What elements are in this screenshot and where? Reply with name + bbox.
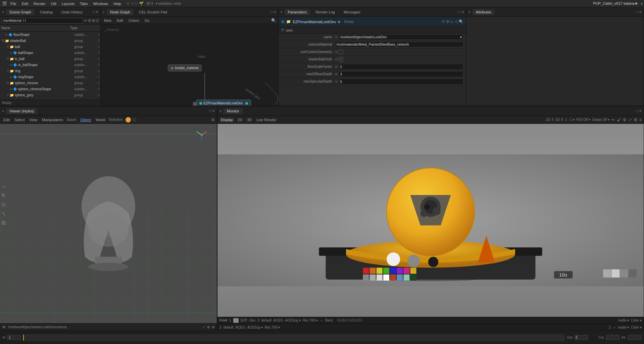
menu-help[interactable]: Help <box>111 1 124 6</box>
camera-tool-icon[interactable]: ⊙ <box>1 201 7 208</box>
node-canvas[interactable]: _network input custom geo <box>101 24 278 106</box>
rotate-tool-icon[interactable]: ↻ <box>1 192 7 199</box>
tree-item[interactable]: ▷ 🔷 ballShape subdm... □ <box>0 50 100 56</box>
menu-layouts[interactable]: Layouts <box>59 1 78 6</box>
max-specular-input[interactable]: 6 <box>339 79 463 85</box>
node-graph-canvas[interactable]: _network input custom geo <box>101 24 278 106</box>
tab-2d[interactable]: 2D <box>236 117 244 122</box>
back-matte-btn[interactable]: matte ▾ <box>618 326 629 329</box>
settings-icon[interactable]: ⚙ <box>623 117 627 122</box>
settings-icon[interactable]: ⚙ <box>212 325 215 329</box>
cur-value-input[interactable] <box>606 335 620 340</box>
viewer-3d-area[interactable]: ↔ ↻ ⊙ ⤡ ⊞ <box>0 124 217 323</box>
tab-viewer[interactable]: Viewer (Hydra) <box>6 108 37 114</box>
svg-rect-43 <box>603 269 611 278</box>
tree-icon: 📁 <box>10 93 14 97</box>
timeline-track[interactable] <box>23 334 565 341</box>
expand-icon[interactable]: ⤢ <box>202 325 205 329</box>
space-object-button[interactable]: Object <box>79 117 92 122</box>
svg-rect-44 <box>611 269 620 278</box>
tab-node-graph[interactable]: Node Graph <box>107 9 134 15</box>
front-rec[interactable]: Rec.709 ▾ <box>303 318 318 322</box>
edit-button[interactable]: Edit <box>115 18 125 23</box>
fullscreen-icon[interactable]: ⊞ <box>207 325 210 329</box>
tree-item[interactable]: ▽ 📁 ball group □ <box>0 44 100 50</box>
expand-icon[interactable]: ⤢ <box>629 117 632 122</box>
fullscreen-icon[interactable]: ⊞ <box>634 117 637 122</box>
color-btn[interactable]: Color ▾ <box>631 318 642 322</box>
tab-undo-history[interactable]: Undo History <box>58 9 86 15</box>
param-icon: ⊙ <box>335 35 338 39</box>
tab-live-render[interactable]: Live Render <box>255 117 278 122</box>
view-button[interactable]: View <box>28 117 39 122</box>
resolution-dropdown[interactable]: 1 - 1 ▾ <box>565 118 575 121</box>
go-button[interactable]: Go <box>143 18 151 23</box>
tree-item[interactable]: ▷ 🔷 floorShape subdm... □ <box>0 32 100 38</box>
tab-scene-graph[interactable]: Scene Graph <box>6 9 35 15</box>
edit-button[interactable]: Edit <box>2 117 11 122</box>
select-button[interactable]: Select <box>13 117 26 122</box>
viewer-settings-icon[interactable]: ⚙ <box>211 117 215 122</box>
node-label: EZPrmanMaterialLookDev <box>203 101 243 105</box>
shader-cloth-checkbox[interactable]: ✓ <box>339 57 343 62</box>
menu-windows[interactable]: Windows <box>90 1 111 6</box>
tab-attributes[interactable]: Attributes <box>473 9 495 15</box>
tree-item[interactable]: ▷ 🔷 ringShape subdm... □ <box>0 74 100 80</box>
user-section-header[interactable]: ▽ user <box>279 27 466 34</box>
tab-render-log[interactable]: Render Log <box>312 9 338 15</box>
extra-tool-icon[interactable]: ⊞ <box>1 219 7 226</box>
in-value-input[interactable] <box>7 335 21 340</box>
menu-tabs[interactable]: Tabs <box>77 1 90 6</box>
menu-file[interactable]: File <box>8 1 19 6</box>
attributes-controls: □ ✕ <box>636 10 642 14</box>
back-preset[interactable]: default <box>224 326 234 329</box>
tab-display[interactable]: Display <box>219 117 234 122</box>
tab-catalog[interactable]: Catalog <box>37 9 56 15</box>
status-text: Ready <box>2 101 12 105</box>
tree-item[interactable]: ▽ 📁 sphere_grey group □ <box>0 92 100 98</box>
manipulators-button[interactable]: Manipulators <box>41 117 64 122</box>
camera-path: /root/world/geo/shaderLookDev/camera <box>8 325 67 329</box>
tree-item[interactable]: ▽ 📁 sphere_chrome group □ <box>0 80 100 86</box>
floor-scale-input[interactable]: 5 <box>339 64 463 70</box>
back-rec[interactable]: Rec.709 ▾ <box>265 326 280 329</box>
tree-arrow: ▷ <box>10 51 12 54</box>
front-colorspace[interactable]: ACES - ACEScg ▾ <box>274 318 301 322</box>
menu-edit[interactable]: Edit <box>19 1 31 6</box>
colors-button[interactable]: Colors <box>127 18 141 23</box>
tree-item[interactable]: ▷ 🔷 sphere_chromeShape subdm... □ <box>0 86 100 92</box>
max-diffuse-input[interactable]: 3 <box>339 71 463 77</box>
move-tool-icon[interactable]: ↔ <box>1 184 7 190</box>
tree-type: group <box>75 45 98 49</box>
swipe-dropdown[interactable]: Swipe Off ▾ <box>592 118 609 121</box>
matte-btn[interactable]: matte ▾ <box>618 318 629 322</box>
tab-3d[interactable]: 3D <box>246 117 253 122</box>
tree-item[interactable]: ▽ 📁 ring group □ <box>0 68 100 74</box>
more-icon[interactable]: ≡ <box>639 117 642 122</box>
scale-tool-icon[interactable]: ⤡ <box>1 210 7 217</box>
tree-item[interactable]: ▽ 📁 in_ball group □ <box>0 56 100 62</box>
back-color-btn[interactable]: Color ▾ <box>631 326 642 329</box>
custom-geo-checkbox[interactable] <box>339 50 343 54</box>
menu-render[interactable]: Render <box>31 1 48 6</box>
tab-cel-scratch[interactable]: CEL Scratch Pad <box>136 9 170 15</box>
param-name-dropdown[interactable]: /root/world/geo/shaderLookDev ▾ <box>339 34 463 40</box>
space-world-button[interactable]: World <box>94 117 107 122</box>
tree-item[interactable]: ▽ 📁 shaderBall group □ <box>0 38 100 44</box>
front-preset[interactable]: default <box>261 318 271 322</box>
tab-monitor[interactable]: Monitor <box>224 108 243 114</box>
selection-label: Selection: <box>109 118 123 121</box>
inc-value-input[interactable] <box>628 335 641 340</box>
ezprman-node[interactable]: EZPrmanMaterialLookDev <box>196 100 251 106</box>
tree-type: group <box>75 81 98 85</box>
tab-messages[interactable]: Messages <box>340 9 364 15</box>
tab-parameters[interactable]: Parameters <box>285 9 310 15</box>
out-value-input[interactable] <box>575 335 588 340</box>
menu-util[interactable]: Util <box>48 1 59 6</box>
scene-search-input[interactable] <box>1 18 83 23</box>
back-colorspace[interactable]: ACES - ACEScg ▾ <box>236 326 263 329</box>
new-button[interactable]: New <box>103 18 113 23</box>
tree-item[interactable]: ▷ 🔷 in_ballShape subdm... □ <box>0 62 100 68</box>
roi-dropdown[interactable]: ROI Off ▾ <box>577 118 591 121</box>
isolate-material-node[interactable]: Isolate_material <box>168 64 202 71</box>
